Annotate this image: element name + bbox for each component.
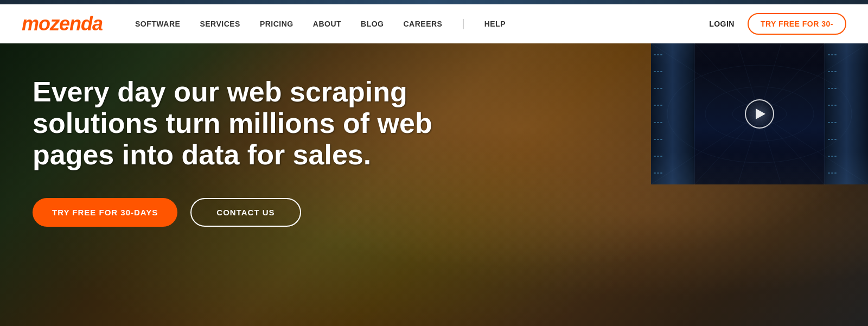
nav-item-software[interactable]: SOFTWARE [135, 20, 180, 28]
nav-item-careers[interactable]: CAREERS [404, 20, 443, 28]
nav-right: LOGIN TRY FREE FOR 30- [709, 13, 846, 35]
navbar: mozenda SOFTWARE SERVICES PRICING ABOUT … [0, 4, 868, 43]
video-thumbnail[interactable] [651, 43, 868, 184]
nav-item-help[interactable]: HELP [484, 20, 506, 28]
contact-us-button[interactable]: CONTACT US [190, 198, 301, 227]
logo[interactable]: mozenda [22, 12, 103, 35]
nav-divider: | [462, 17, 464, 30]
svg-line-6 [651, 114, 760, 184]
login-button[interactable]: LOGIN [709, 20, 735, 28]
try-free-hero-button[interactable]: TRY FREE FOR 30-DAYS [33, 198, 177, 227]
hero-content: Every day our web scraping solutions tur… [0, 43, 488, 227]
play-icon [756, 108, 765, 119]
nav-item-services[interactable]: SERVICES [200, 20, 240, 28]
svg-line-5 [760, 43, 868, 114]
try-free-nav-button[interactable]: TRY FREE FOR 30- [748, 13, 846, 35]
nav-item-about[interactable]: ABOUT [313, 20, 341, 28]
svg-line-0 [651, 43, 760, 114]
nav-links: SOFTWARE SERVICES PRICING ABOUT BLOG CAR… [135, 17, 709, 30]
hero-section: Every day our web scraping solutions tur… [0, 43, 868, 326]
svg-line-11 [760, 114, 868, 184]
play-button[interactable] [745, 99, 774, 129]
hero-headline: Every day our web scraping solutions tur… [33, 76, 456, 171]
nav-item-blog[interactable]: BLOG [361, 20, 384, 28]
top-bar [0, 0, 868, 4]
hero-buttons: TRY FREE FOR 30-DAYS CONTACT US [33, 198, 456, 227]
nav-item-pricing[interactable]: PRICING [260, 20, 293, 28]
